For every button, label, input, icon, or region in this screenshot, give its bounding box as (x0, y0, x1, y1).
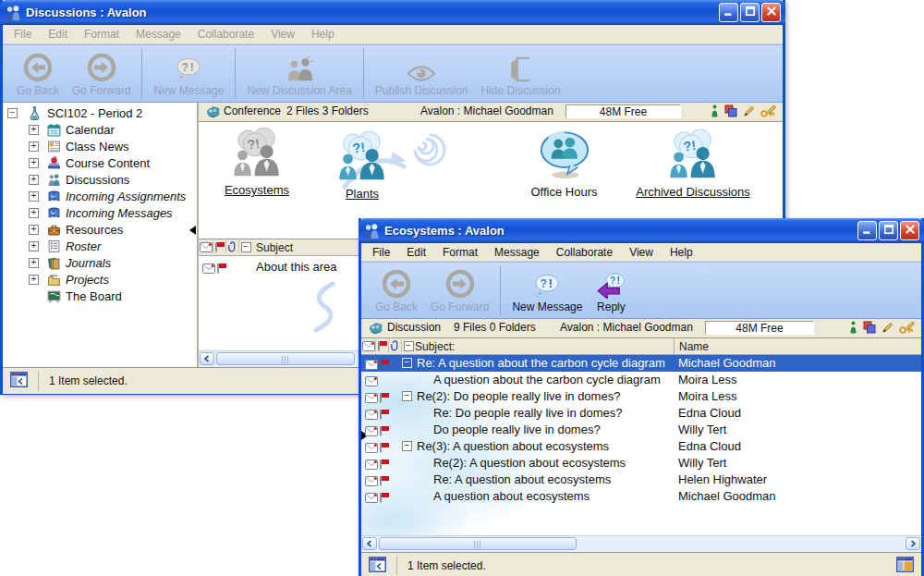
go-forward-button[interactable]: Go Forward (424, 263, 495, 318)
expand-icon[interactable] (29, 175, 39, 185)
tree-item-the-board[interactable]: The Board (3, 288, 197, 305)
maximize-button[interactable] (879, 221, 898, 240)
column-divider[interactable] (674, 338, 675, 354)
expand-icon[interactable] (29, 191, 39, 202)
scroll-right-button[interactable] (906, 537, 920, 550)
menu-view[interactable]: View (262, 26, 303, 43)
name-column-label[interactable]: Name (679, 339, 709, 354)
free-space-indicator: 48M Free (705, 321, 814, 335)
titlebar-discussions[interactable]: Discussions : Avalon (0, 0, 785, 25)
envelope-icon (365, 441, 378, 451)
minimize-button[interactable] (857, 221, 877, 240)
pane-toggle-icon[interactable] (10, 372, 28, 387)
publish-discussion-button[interactable]: Publish Discussion (369, 45, 475, 102)
expand-icon[interactable] (29, 158, 39, 168)
menu-help[interactable]: Help (662, 244, 701, 261)
close-button[interactable] (761, 3, 781, 22)
collapse-icon[interactable] (404, 341, 414, 351)
pane-toggle-right-icon[interactable] (896, 557, 914, 572)
conference-office-hours[interactable]: Office Hours (511, 129, 617, 199)
menu-edit[interactable]: Edit (40, 26, 76, 43)
message-row[interactable]: Re: A question about ecosystems Helen Hi… (361, 472, 921, 488)
tree-item-discussions[interactable]: Discussions (3, 172, 197, 189)
new-discussion-area-button[interactable]: New Discussion Area (240, 45, 358, 102)
scroll-left-button[interactable] (362, 537, 377, 550)
menu-edit[interactable]: Edit (398, 244, 434, 261)
conference-plants[interactable]: ?! Plants (311, 131, 413, 201)
go-back-button[interactable]: Go Back (10, 45, 66, 102)
message-row[interactable]: Re(2): A question about ecosystems Willy… (361, 455, 921, 472)
expand-icon[interactable] (29, 208, 39, 218)
menu-message[interactable]: Message (486, 244, 548, 261)
collapse-icon[interactable] (7, 108, 18, 118)
key-pencil-icon (899, 321, 916, 334)
menu-collaborate[interactable]: Collaborate (548, 244, 621, 261)
message-row[interactable]: Re(3): A question about ecosystems Edna … (361, 438, 921, 455)
subject-column-label[interactable]: Subject: (415, 339, 455, 354)
envelope-icon (365, 391, 378, 401)
menu-file[interactable]: File (6, 26, 40, 43)
menu-format[interactable]: Format (434, 244, 486, 261)
flag-icon (379, 441, 390, 452)
collapse-all-cell[interactable] (239, 240, 252, 253)
tree-item-course-content[interactable]: Course Content (3, 155, 197, 172)
menu-view[interactable]: View (621, 244, 662, 261)
new-message-button[interactable]: ?! New Message (505, 263, 589, 318)
collapse-icon[interactable] (241, 242, 251, 252)
scrollbar-thumb[interactable] (216, 352, 355, 365)
discussion-group-icon: ?! (228, 128, 286, 179)
svg-text:?!: ?! (351, 140, 366, 156)
titlebar-ecosystems[interactable]: Ecosystems : Avalon (359, 218, 924, 243)
expand-icon[interactable] (29, 258, 39, 268)
expand-icon[interactable] (29, 225, 39, 235)
close-button[interactable] (900, 221, 919, 240)
back-arrow-icon (382, 265, 411, 299)
scrollbar-thumb[interactable] (379, 537, 577, 550)
tree-item-projects[interactable]: Projects (3, 272, 197, 288)
menu-collaborate[interactable]: Collaborate (189, 26, 262, 43)
reply-icon: ?! (595, 265, 626, 299)
message-row[interactable]: Re(2): Do people really live in domes? M… (361, 388, 921, 405)
message-row[interactable]: Do people really live in domes? Willy Te… (361, 422, 921, 438)
conference-ecosystems[interactable]: ?! Ecosystems (206, 128, 308, 197)
message-row[interactable]: A question about ecosystems Michael Good… (361, 488, 921, 505)
expand-icon[interactable] (29, 141, 39, 152)
menu-message[interactable]: Message (128, 26, 189, 43)
message-row[interactable]: Re: A question about the carbon cycle di… (361, 355, 921, 372)
message-row[interactable]: Re: Do people really live in domes? Edna… (361, 405, 921, 422)
menu-help[interactable]: Help (303, 26, 343, 43)
collapse-icon[interactable] (402, 358, 412, 368)
tree-item-calendar[interactable]: Calendar (3, 122, 197, 139)
account-label: Avalon : Michael Goodman (420, 103, 553, 120)
menu-file[interactable]: File (364, 244, 398, 261)
splitter-collapse-arrow[interactable] (189, 226, 196, 235)
hide-discussion-button[interactable]: Hide Discussion (475, 45, 567, 102)
go-forward-button[interactable]: Go Forward (66, 45, 137, 102)
expand-icon[interactable] (29, 241, 39, 251)
calendar-icon (47, 123, 61, 137)
tree-item-journals[interactable]: Journals (3, 255, 197, 272)
maximize-button[interactable] (740, 3, 760, 22)
expand-icon[interactable] (29, 275, 39, 285)
tree-item-resources[interactable]: Resources (3, 222, 197, 239)
tree-item-sci102[interactable]: SCI102 - Period 2 (3, 105, 197, 122)
reply-button[interactable]: ?! Reply (589, 263, 633, 318)
tree-item-class-news[interactable]: Class News (3, 139, 197, 155)
toolbar-separator (141, 48, 142, 99)
menu-format[interactable]: Format (76, 26, 128, 43)
tree-item-incoming-messages[interactable]: Incoming Messages (3, 205, 197, 222)
go-back-button[interactable]: Go Back (369, 263, 424, 318)
minimize-button[interactable] (719, 3, 738, 22)
new-message-button[interactable]: ?! New Message (147, 45, 230, 102)
message-row[interactable]: A question about the carbon cycle diagra… (361, 372, 921, 388)
pane-toggle-icon[interactable] (369, 557, 386, 572)
scroll-left-button[interactable] (200, 352, 214, 365)
conference-archived-discussions[interactable]: ?! Archived Discussions (619, 129, 767, 199)
subject-header-label[interactable]: Subject (256, 240, 293, 255)
expand-icon[interactable] (29, 125, 39, 135)
collapse-icon[interactable] (402, 441, 412, 451)
tree-item-incoming-assignments[interactable]: Incoming Assignments (3, 189, 197, 205)
collapse-all-cell[interactable] (402, 339, 415, 352)
collapse-icon[interactable] (402, 391, 412, 401)
tree-item-roster[interactable]: Roster (3, 239, 197, 255)
